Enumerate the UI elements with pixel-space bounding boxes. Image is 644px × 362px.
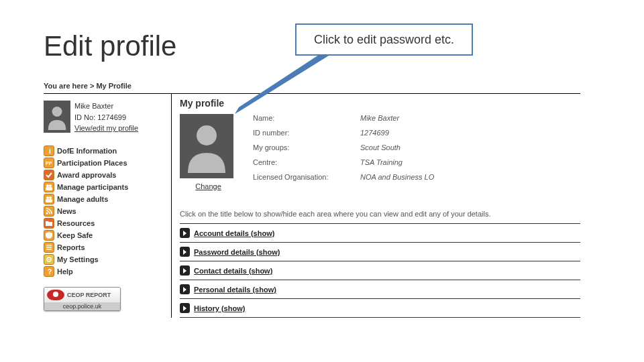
user-name: Mike Baxter xyxy=(74,101,138,112)
eye-icon xyxy=(47,290,64,300)
sidebar-item[interactable]: ?Help xyxy=(44,265,171,278)
accordion: Account details (show)Password details (… xyxy=(180,223,580,318)
accordion-label: Personal details (show) xyxy=(194,286,276,294)
profile-heading: My profile xyxy=(180,98,580,109)
instruction-text: Click on the title below to show/hide ea… xyxy=(180,209,580,219)
accordion-label: Password details (show) xyxy=(194,248,280,256)
sidebar-item-label: News xyxy=(57,207,76,215)
nav-icon xyxy=(44,218,54,229)
sidebar-item[interactable]: Resources xyxy=(44,217,171,229)
svg-rect-11 xyxy=(46,245,52,246)
ceop-title: CEOP REPORT xyxy=(67,292,111,298)
sidebar-item-label: Manage participants xyxy=(57,183,128,191)
sidebar-item[interactable]: Manage adults xyxy=(44,193,171,205)
sidebar-item-label: My Settings xyxy=(57,255,99,263)
sidebar: Mike Baxter ID No: 1274699 View/edit my … xyxy=(44,94,171,318)
field-value-id: 1274699 xyxy=(360,129,580,137)
accordion-item[interactable]: Account details (show) xyxy=(180,223,580,242)
nav-icon xyxy=(44,194,54,204)
nav-icon: PP xyxy=(44,158,54,168)
nav-icon: ? xyxy=(44,266,54,277)
sidebar-item-label: Award approvals xyxy=(57,171,116,179)
breadcrumb: You are here > My Profile xyxy=(44,80,580,94)
svg-rect-9 xyxy=(46,199,52,202)
breadcrumb-current[interactable]: My Profile xyxy=(96,82,131,90)
expand-icon xyxy=(180,303,190,313)
expand-icon xyxy=(180,284,190,294)
nav-icon xyxy=(44,182,54,192)
svg-rect-6 xyxy=(46,187,52,190)
field-value-centre: TSA Training xyxy=(360,158,580,166)
expand-icon xyxy=(180,247,190,257)
ceop-report-badge[interactable]: CEOP REPORT ceop.police.uk xyxy=(44,287,121,311)
sidebar-nav: iDofE InformationPPParticipation PlacesA… xyxy=(44,145,171,278)
sidebar-item-label: Help xyxy=(57,267,73,276)
sidebar-item[interactable]: Keep Safe xyxy=(44,229,171,241)
sidebar-item[interactable]: Award approvals xyxy=(44,169,171,181)
svg-point-15 xyxy=(48,259,50,260)
sidebar-item[interactable]: Manage participants xyxy=(44,181,171,193)
accordion-item[interactable]: Personal details (show) xyxy=(180,280,580,298)
sidebar-item-label: Keep Safe xyxy=(57,231,93,239)
sidebar-item-label: Reports xyxy=(57,243,85,251)
accordion-item[interactable]: Password details (show) xyxy=(180,242,580,261)
svg-point-5 xyxy=(49,184,52,187)
page-title: Edit profile xyxy=(44,30,176,62)
sidebar-item[interactable]: Reports xyxy=(44,241,171,253)
svg-rect-13 xyxy=(46,249,52,250)
sidebar-item[interactable]: My Settings xyxy=(44,253,171,265)
svg-point-8 xyxy=(49,196,52,199)
accordion-item[interactable]: Contact details (show) xyxy=(180,261,580,280)
svg-point-10 xyxy=(46,212,48,214)
nav-icon xyxy=(44,206,54,217)
nav-icon xyxy=(44,230,54,241)
sidebar-item-label: Manage adults xyxy=(57,195,108,203)
expand-icon xyxy=(180,228,190,238)
accordion-item[interactable]: History (show) xyxy=(180,298,580,318)
breadcrumb-prefix: You are here > xyxy=(44,82,94,90)
nav-icon xyxy=(44,254,54,265)
expand-icon xyxy=(180,265,190,276)
svg-point-17 xyxy=(197,125,217,145)
field-label-centre: Centre: xyxy=(253,158,360,166)
svg-point-4 xyxy=(46,184,49,187)
user-summary: Mike Baxter ID No: 1274699 View/edit my … xyxy=(44,98,171,141)
profile-details: Name: Mike Baxter ID number: 1274699 My … xyxy=(253,114,580,190)
accordion-label: Account details (show) xyxy=(194,229,274,237)
callout-annotation: Click to edit password etc. xyxy=(295,23,473,56)
svg-point-1 xyxy=(52,107,62,117)
change-avatar-link[interactable]: Change xyxy=(195,182,221,190)
accordion-label: Contact details (show) xyxy=(194,267,272,275)
ceop-subtitle: ceop.police.uk xyxy=(44,302,120,310)
sidebar-item-label: Participation Places xyxy=(57,159,127,167)
avatar-large xyxy=(180,114,233,178)
sidebar-item[interactable]: News xyxy=(44,205,171,217)
nav-icon xyxy=(44,170,54,180)
sidebar-item[interactable]: PPParticipation Places xyxy=(44,157,171,169)
sidebar-item-label: DofE Information xyxy=(57,147,117,155)
user-id-label: ID No: xyxy=(74,113,95,121)
field-value-name: Mike Baxter xyxy=(360,114,580,122)
svg-point-7 xyxy=(46,196,49,199)
field-value-groups: Scout South xyxy=(360,143,580,152)
field-label-groups: My groups: xyxy=(253,143,360,152)
sidebar-item-label: Resources xyxy=(57,219,95,227)
field-value-org: NOA and Business LO xyxy=(360,173,580,181)
nav-icon: i xyxy=(44,145,54,156)
field-label-name: Name: xyxy=(253,114,360,122)
svg-text:PP: PP xyxy=(46,161,52,166)
field-label-id: ID number: xyxy=(253,129,360,137)
view-edit-profile-link[interactable]: View/edit my profile xyxy=(74,123,138,134)
avatar-small xyxy=(44,101,70,133)
svg-rect-12 xyxy=(46,247,52,248)
field-label-org: Licensed Organisation: xyxy=(253,173,360,181)
svg-text:?: ? xyxy=(48,268,52,276)
svg-text:i: i xyxy=(49,147,51,155)
accordion-label: History (show) xyxy=(194,304,245,312)
sidebar-item[interactable]: iDofE Information xyxy=(44,145,171,157)
nav-icon xyxy=(44,242,54,253)
main-panel: My profile Change Name: Mike Baxter ID n… xyxy=(171,94,580,318)
user-id: 1274699 xyxy=(97,113,126,121)
